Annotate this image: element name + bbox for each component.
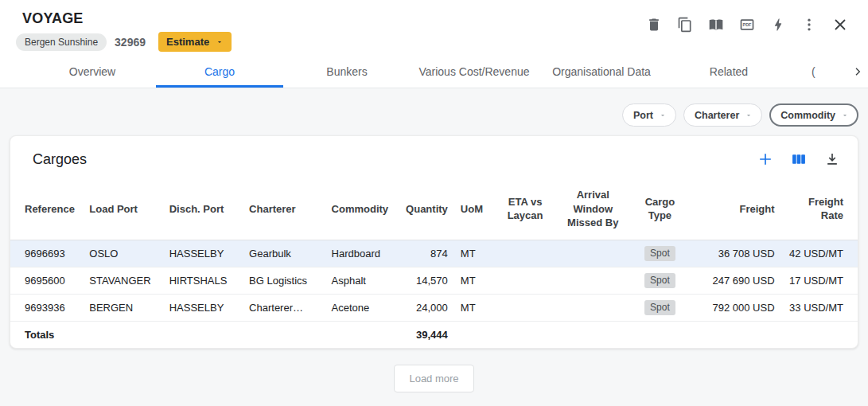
cell-eta-vs-laycan — [496, 267, 555, 294]
tab-overflow-partial[interactable]: ( — [792, 56, 815, 88]
filter-commodity[interactable]: Commodity — [769, 103, 858, 127]
column-header-eta-vs-laycan[interactable]: ETA vs Laycan — [496, 175, 555, 240]
filter-charterer[interactable]: Charterer — [683, 103, 762, 127]
cell-quantity: 24,000 — [396, 294, 454, 321]
book-icon — [708, 17, 724, 33]
more-options-icon — [801, 17, 817, 33]
cell-quantity: 874 — [396, 240, 454, 267]
copy-icon — [677, 17, 693, 33]
load-more-button[interactable]: Load more — [394, 365, 473, 392]
column-header-load-port[interactable]: Load Port — [83, 175, 162, 240]
cell-freight-rate: 33 USD/MT — [781, 294, 858, 321]
tab-bunkers[interactable]: Bunkers — [283, 56, 411, 88]
cell-load-port: OSLO — [83, 240, 162, 267]
download-button[interactable] — [823, 150, 842, 169]
lightning-button[interactable] — [769, 16, 787, 33]
tab-related[interactable]: Related — [665, 56, 792, 88]
cell-disch-port: HIRTSHALS — [163, 267, 243, 294]
column-header-uom[interactable]: UoM — [454, 175, 496, 240]
cell-freight-rate: 17 USD/MT — [781, 267, 858, 294]
cell-freight: 247 690 USD — [688, 267, 781, 294]
title-row: VOYAGE Bergen Sunshine 32969 Estimate — [0, 0, 868, 56]
columns-icon — [791, 151, 807, 167]
cell-uom: MT — [454, 294, 496, 321]
topbar: VOYAGE Bergen Sunshine 32969 Estimate — [0, 0, 868, 88]
cell-commodity: Hardboard — [325, 240, 396, 267]
close-icon — [831, 16, 849, 33]
cargo-row[interactable]: 9696693 OSLO HASSELBY Gearbulk Hardboard… — [10, 240, 858, 267]
column-header-reference[interactable]: Reference — [10, 175, 83, 240]
filter-bar: Port Charterer Commodity — [10, 103, 858, 127]
more-options-button[interactable] — [800, 16, 818, 33]
page-title: VOYAGE — [22, 10, 84, 27]
column-header-disch-port[interactable]: Disch. Port — [163, 175, 243, 240]
cell-eta-vs-laycan — [496, 294, 555, 321]
caret-down-icon — [841, 111, 849, 119]
tab-organisational-data[interactable]: Organisational Data — [538, 56, 665, 88]
tab-cargo[interactable]: Cargo — [156, 56, 283, 88]
cargo-type-badge: Spot — [644, 300, 675, 315]
totals-row: Totals 39,444 — [10, 321, 858, 348]
download-icon — [824, 151, 840, 167]
column-header-freight-rate[interactable]: Freight Rate — [781, 175, 858, 240]
totals-quantity: 39,444 — [396, 321, 454, 348]
tab-overview[interactable]: Overview — [29, 56, 156, 88]
caret-down-icon — [745, 111, 753, 119]
cell-load-port: BERGEN — [83, 294, 162, 321]
card-title: Cargoes — [33, 151, 87, 168]
cell-cargo-type: Spot — [632, 240, 688, 267]
chevron-right-icon — [851, 65, 864, 78]
column-header-arrival-window[interactable]: Arrival Window Missed By — [555, 175, 632, 240]
cargo-row[interactable]: 9695600 STAVANGER HIRTSHALS BG Logistics… — [10, 267, 858, 294]
filter-commodity-label: Commodity — [780, 110, 835, 121]
cell-arrival-window — [555, 240, 632, 267]
cell-load-port: STAVANGER — [83, 267, 162, 294]
cargoes-table: Reference Load Port Disch. Port Chartere… — [10, 175, 858, 348]
cell-freight: 36 708 USD — [688, 240, 781, 267]
cell-cargo-type: Spot — [632, 294, 688, 321]
estimate-button[interactable]: Estimate — [158, 32, 232, 52]
filter-charterer-label: Charterer — [695, 110, 739, 121]
cell-cargo-type: Spot — [632, 267, 688, 294]
table-header-row: Reference Load Port Disch. Port Chartere… — [10, 175, 858, 240]
totals-label: Totals — [10, 321, 83, 348]
tab-bar: Overview Cargo Bunkers Various Cost/Reve… — [0, 56, 868, 88]
cargo-type-badge: Spot — [644, 246, 675, 261]
delete-button[interactable] — [645, 16, 663, 33]
column-header-charterer[interactable]: Charterer — [243, 175, 325, 240]
cargoes-card: Cargoes Reference — [10, 135, 858, 349]
subtitle-row: Bergen Sunshine 32969 Estimate — [16, 32, 232, 52]
plus-icon — [757, 151, 773, 167]
cell-commodity: Acetone — [325, 294, 396, 321]
cargoes-card-header: Cargoes — [10, 136, 858, 172]
filter-port[interactable]: Port — [622, 103, 676, 127]
cell-uom: MT — [454, 267, 496, 294]
tab-scroll-right-button[interactable] — [847, 56, 868, 88]
delete-icon — [646, 17, 662, 33]
book-button[interactable] — [707, 16, 725, 33]
cell-charterer: BG Logistics — [243, 267, 325, 294]
add-cargo-button[interactable] — [756, 150, 775, 169]
pdf-button[interactable]: PDF — [738, 16, 756, 33]
cell-freight-rate: 42 USD/MT — [781, 240, 858, 267]
column-settings-button[interactable] — [789, 150, 808, 169]
cell-quantity: 14,570 — [396, 267, 454, 294]
pdf-icon: PDF — [739, 17, 755, 33]
cell-uom: MT — [454, 240, 496, 267]
cargo-type-badge: Spot — [644, 273, 675, 288]
vessel-chip: Bergen Sunshine — [16, 33, 107, 51]
cell-reference: 9696693 — [10, 240, 83, 267]
column-header-quantity[interactable]: Quantity — [396, 175, 454, 240]
column-header-freight[interactable]: Freight — [688, 175, 781, 240]
cell-arrival-window — [555, 294, 632, 321]
cell-reference: 9695600 — [10, 267, 83, 294]
toolbar-icons: PDF — [645, 16, 849, 33]
column-header-commodity[interactable]: Commodity — [325, 175, 396, 240]
voyage-number: 32969 — [115, 36, 146, 49]
cargo-row[interactable]: 9693936 BERGEN HASSELBY Charterer… Aceto… — [10, 294, 858, 321]
copy-button[interactable] — [676, 16, 694, 33]
cell-commodity: Asphalt — [325, 267, 396, 294]
tab-various-cost-revenue[interactable]: Various Cost/Revenue — [411, 56, 538, 88]
close-button[interactable] — [831, 16, 849, 33]
column-header-cargo-type[interactable]: Cargo Type — [632, 175, 688, 240]
